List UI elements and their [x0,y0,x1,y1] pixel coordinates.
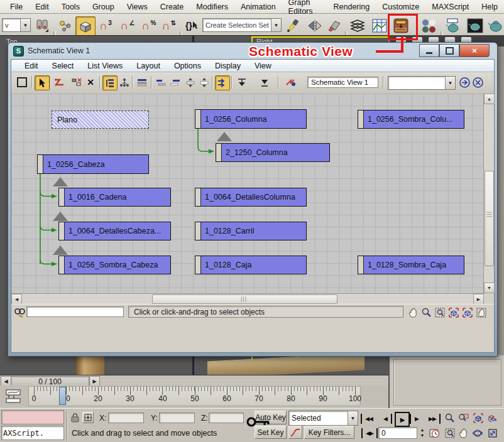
angle-snap-icon[interactable]: ∩∠ [118,17,138,35]
schematic-view-window[interactable]: S Schematic View 1 × Edit Select List Vi… [8,42,498,357]
smenu-view[interactable]: View [248,62,278,70]
zoom-region-icon[interactable] [434,306,446,318]
free-selected-icon[interactable] [197,75,211,89]
smenu-edit[interactable]: Edit [18,62,45,70]
collapse-triangle[interactable] [53,212,68,221]
mirror-icon[interactable] [305,17,324,35]
manipulate-icon[interactable] [33,17,52,35]
key-filter-set-arrow[interactable]: ▼ [348,411,358,425]
spinner-snap-icon[interactable]: ∩⇅ [160,17,178,35]
horizontal-scrollbar[interactable]: ◀ ||| ▶ [11,293,484,304]
schematic-node-carril[interactable]: 1_0128_Carril [195,222,307,240]
always-arrange-icon[interactable] [135,75,149,89]
selection-set-combo[interactable]: Create Selection Set ▼ [202,18,282,32]
zoom-icon[interactable] [420,306,432,318]
menu-customize[interactable]: Customize [376,3,425,11]
zoom-extents-selected-icon[interactable] [461,306,473,318]
mini-combo-arrow[interactable]: ▼ [20,19,30,31]
smenu-display[interactable]: Display [208,62,248,70]
menu-tools[interactable]: Tools [55,3,86,11]
arrange-children-icon[interactable] [154,75,168,89]
named-selection-sets-icon[interactable]: {} [182,17,201,35]
layer-manager-icon[interactable] [348,17,368,35]
menu-group[interactable]: Group [86,3,121,11]
spinner-down-icon[interactable]: ▼ [419,433,426,438]
default-tangent-button[interactable] [288,426,302,439]
menu-create[interactable]: Create [154,3,190,11]
go-to-start-button[interactable]: ◀◀ [361,414,376,424]
vertical-scroll-thumb[interactable]: ||| [485,171,494,266]
menu-rendering[interactable]: Rendering [327,3,376,11]
snap-3d-icon[interactable]: ∩3 [96,17,116,35]
smenu-select[interactable]: Select [45,62,81,70]
macro-recorder-pane[interactable] [1,410,64,424]
render-icon[interactable] [486,17,504,35]
select-tool-icon[interactable] [35,75,50,90]
schematic-node-sombra-caja[interactable]: 1_0128_Sombra_Caja [358,256,464,274]
schematic-node-cadena[interactable]: 1_0016_Cadena [58,188,171,207]
vertical-scrollbar[interactable]: ▲ ||| ▼ [483,94,494,293]
zoom-extents-icon[interactable] [447,306,459,318]
minimize-button[interactable] [419,44,439,57]
isolate-icon[interactable] [284,17,304,35]
curve-editor-icon[interactable] [370,17,390,35]
next-frame-button[interactable]: ▶ [410,414,422,424]
schematic-node-plano[interactable]: Plano [52,110,149,129]
smenu-options[interactable]: Options [167,62,208,70]
connect-icon[interactable] [52,75,66,89]
schematic-canvas[interactable]: Plano 1_0256_Columna 1_0256_Sombra_Colu.… [11,94,484,293]
orbit-icon[interactable] [472,427,484,439]
filter-down-icon[interactable] [235,75,249,89]
bind-icon[interactable] [56,17,75,35]
schematic-node-cabeza[interactable]: 1_0256_Cabeza [37,154,149,174]
zoom-viewport-icon[interactable] [444,412,456,424]
zoom-extents-all-icon[interactable] [486,412,498,424]
zoom-all-icon[interactable] [457,412,469,424]
maximize-button[interactable] [439,44,459,57]
frame-spinner[interactable]: ▲ ▼ [419,427,426,439]
reference-mode-icon[interactable] [118,75,131,89]
schematic-node-columna[interactable]: 1_0256_Columna [195,109,307,129]
free-all-icon[interactable] [184,75,197,89]
time-configuration-icon[interactable] [429,427,441,439]
preferences-icon[interactable] [284,75,298,89]
menu-file[interactable]: File [4,3,29,11]
collapse-triangle[interactable] [217,132,232,141]
maxscript-listener-pane[interactable]: AXScript. [1,426,64,440]
mini-combo[interactable]: v ▼ [2,18,31,32]
menu-edit[interactable]: Edit [29,3,55,11]
key-filters-button[interactable]: Key Filters... [304,426,354,439]
timeline-ruler[interactable]: 0 10 20 30 40 50 60 70 80 90 100 [28,386,361,406]
collapse-triangle[interactable] [53,245,68,255]
go-to-end-button[interactable]: ▶▶ [425,414,441,424]
absolute-mode-toggle[interactable] [82,412,94,423]
delete-icon[interactable]: ✕ [84,75,97,89]
menu-animation[interactable]: Animation [234,3,282,11]
schematic-node-detalles-cabeza[interactable]: 1_0064_DetallesCabeza... [58,222,171,240]
menu-help[interactable]: Help [475,3,504,11]
align-icon[interactable] [325,17,344,35]
schematic-node-sombra-columna[interactable]: 1_0256_Sombra_Colu... [358,110,464,129]
smenu-list-views[interactable]: List Views [80,62,129,70]
scroll-left-button[interactable]: ◀ [11,294,22,305]
menu-modifiers[interactable]: Modifiers [190,3,234,11]
pan-viewport-icon[interactable] [457,427,469,439]
set-keys-icon[interactable] [246,416,270,429]
render-setup-icon[interactable] [443,17,463,35]
mini-curve-editor-icon[interactable] [4,388,23,404]
horizontal-scroll-thumb[interactable]: ||| [152,294,337,304]
display-floater-icon[interactable] [15,75,29,89]
maximize-viewport-toggle-icon[interactable] [486,427,498,439]
spinner-up-icon[interactable]: ▲ [419,427,426,433]
smenu-layout[interactable]: Layout [129,62,167,70]
material-editor-icon[interactable] [419,17,439,35]
scroll-down-button[interactable]: ▼ [484,283,495,293]
selection-set-arrow[interactable]: ▼ [271,19,281,31]
key-mode-toggle[interactable]: ◀▶ [361,428,378,438]
pan-to-selected-icon[interactable] [475,306,487,318]
rendered-frame-icon[interactable] [465,17,485,35]
bookmark-go-icon[interactable] [457,75,471,89]
snap-toggle-icon[interactable] [75,16,96,36]
sync-selection-icon[interactable] [215,75,230,90]
bookmark-delete-icon[interactable] [471,75,485,89]
